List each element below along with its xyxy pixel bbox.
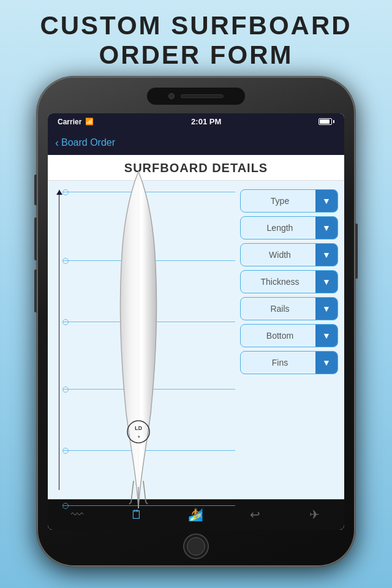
type-dropdown[interactable]: Type ▼ [240, 189, 338, 213]
surfboard-svg: LD ★ [108, 168, 169, 511]
main-content: Surfboard Details [48, 155, 344, 530]
home-button[interactable] [183, 533, 209, 559]
battery-indicator [318, 118, 334, 125]
volume-down-button [34, 270, 37, 312]
type-arrow-icon: ▼ [322, 197, 331, 205]
type-label: Type [241, 196, 315, 206]
mute-button [34, 175, 37, 205]
send-icon: ✈ [309, 508, 320, 521]
rails-arrow-box: ▼ [315, 298, 337, 320]
tab-waves[interactable]: 〰 [48, 500, 107, 530]
thickness-arrow-icon: ▼ [322, 277, 331, 286]
phone-shell: Carrier 📶 2:01 PM ‹ Board Order [37, 77, 355, 567]
thickness-label: Thickness [241, 277, 315, 287]
bottom-arrow-icon: ▼ [322, 331, 331, 340]
status-bar: Carrier 📶 2:01 PM [48, 113, 344, 130]
thickness-dropdown[interactable]: Thickness ▼ [240, 270, 338, 293]
measurement-arrow [59, 190, 59, 490]
waves-icon: 〰 [71, 508, 83, 521]
length-arrow-icon: ▼ [322, 224, 331, 232]
rails-arrow-icon: ▼ [322, 304, 331, 313]
width-arrow-box: ▼ [315, 244, 337, 266]
surf-icon: 🏄 [188, 508, 203, 521]
fins-dropdown[interactable]: Fins ▼ [240, 351, 338, 374]
phone-device: Carrier 📶 2:01 PM ‹ Board Order [37, 77, 355, 567]
fins-arrow-icon: ▼ [322, 358, 331, 367]
bottom-arrow-box: ▼ [315, 325, 337, 347]
board-visual: LD ★ [54, 187, 235, 493]
length-arrow-box: ▼ [315, 217, 337, 239]
fins-arrow-box: ▼ [315, 352, 337, 374]
volume-up-button [34, 217, 37, 260]
bottom-label: Bottom [241, 331, 315, 341]
page-title: Custom Surfboard Order Form [40, 11, 352, 70]
back-chevron-icon: ‹ [55, 137, 59, 148]
top-detail [147, 88, 245, 105]
back-label: Board Order [61, 137, 115, 148]
status-time: 2:01 PM [191, 117, 221, 126]
rails-label: Rails [241, 304, 315, 314]
status-left: Carrier 📶 [58, 118, 94, 126]
camera-dot [168, 93, 175, 99]
power-button [355, 224, 358, 279]
wifi-icon: 📶 [85, 118, 94, 126]
battery-fill [320, 119, 330, 124]
type-arrow-box: ▼ [315, 190, 337, 212]
surfboard-image: LD ★ [105, 187, 172, 493]
tab-send[interactable]: ✈ [285, 500, 344, 530]
board-section: LD ★ Type ▼ [48, 181, 344, 499]
battery-body [318, 118, 332, 125]
carrier-label: Carrier [58, 118, 81, 126]
tab-back[interactable]: ↩ [225, 500, 285, 530]
home-button-inner [187, 537, 205, 556]
phone-screen: Carrier 📶 2:01 PM ‹ Board Order [48, 113, 344, 530]
fins-label: Fins [241, 358, 315, 368]
dropdowns-panel: Type ▼ Length ▼ Width [240, 187, 338, 493]
thickness-arrow-box: ▼ [315, 271, 337, 293]
battery-tip [333, 120, 334, 123]
back-icon: ↩ [250, 508, 260, 521]
length-label: Length [241, 223, 315, 233]
speaker-grille [181, 94, 224, 98]
width-dropdown[interactable]: Width ▼ [240, 243, 338, 266]
tab-bar: 〰 🗒 🏄 ↩ ✈ [48, 499, 344, 530]
nav-bar: ‹ Board Order [48, 130, 344, 155]
back-button[interactable]: ‹ Board Order [55, 137, 115, 148]
bottom-dropdown[interactable]: Bottom ▼ [240, 324, 338, 347]
width-label: Width [241, 250, 315, 260]
section-header: Surfboard Details [48, 155, 344, 181]
length-dropdown[interactable]: Length ▼ [240, 216, 338, 239]
width-arrow-icon: ▼ [322, 251, 331, 259]
tab-surf[interactable]: 🏄 [167, 500, 226, 530]
rails-dropdown[interactable]: Rails ▼ [240, 297, 338, 320]
